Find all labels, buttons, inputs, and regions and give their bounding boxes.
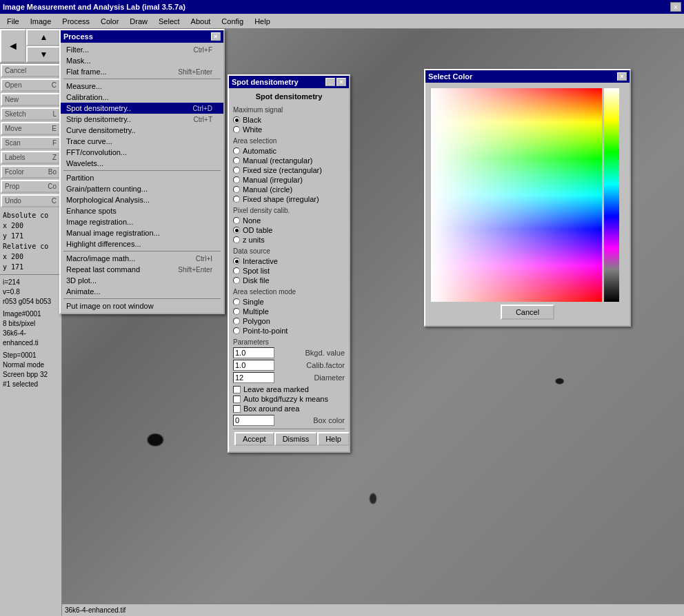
menu-help[interactable]: Help	[249, 16, 276, 27]
radio-fixed-irreg-input[interactable]	[233, 196, 240, 203]
radio-spot-list[interactable]: Spot list	[233, 266, 345, 276]
accept-button[interactable]: Accept	[234, 432, 274, 446]
menu-put-on-root[interactable]: Put image on root window	[61, 300, 223, 311]
radio-multiple[interactable]: Multiple	[233, 307, 345, 316]
radio-none-input[interactable]	[233, 217, 240, 224]
sidebar-scan-button[interactable]: Scan F	[1, 136, 61, 150]
radio-spot-list-input[interactable]	[233, 267, 240, 274]
radio-od-table[interactable]: OD table	[233, 225, 345, 235]
radio-none[interactable]: None	[233, 216, 345, 225]
radio-fixed-rect[interactable]: Fixed size (rectangular)	[233, 165, 345, 175]
sidebar-prop-button[interactable]: Prop Co	[1, 180, 61, 193]
radio-od-table-input[interactable]	[233, 227, 240, 234]
sidebar-sketch-button[interactable]: Sketch L	[1, 107, 61, 121]
radio-interactive[interactable]: Interactive	[233, 256, 345, 266]
radio-single-input[interactable]	[233, 298, 240, 305]
radio-automatic[interactable]: Automatic	[233, 146, 345, 156]
radio-z-units[interactable]: z units	[233, 235, 345, 245]
sidebar-move-button[interactable]: Move E	[1, 122, 61, 135]
menu-highlight-differences[interactable]: Highlight differences...	[61, 238, 223, 249]
menu-about[interactable]: About	[185, 16, 217, 27]
menu-fft[interactable]: FFT/convolution...	[61, 147, 223, 158]
color-dialog-close-btn[interactable]: ×	[617, 72, 627, 81]
nav-left-button[interactable]: ◄	[0, 29, 26, 63]
dismiss-button[interactable]: Dismiss	[274, 432, 318, 446]
menu-image[interactable]: Image	[25, 16, 57, 27]
radio-point-to-point[interactable]: Point-to-point	[233, 326, 345, 336]
process-menu-close-btn[interactable]: ×	[211, 32, 221, 41]
sidebar-fcolor-button[interactable]: Fcolor Bo	[1, 165, 61, 178]
radio-manual-rect-input[interactable]	[233, 157, 240, 164]
menu-measure[interactable]: Measure...	[61, 81, 223, 92]
color-gradient-main[interactable]	[431, 88, 602, 302]
radio-manual-circle[interactable]: Manual (circle)	[233, 185, 345, 194]
radio-white-input[interactable]	[233, 126, 240, 133]
menu-animate[interactable]: Animate...	[61, 286, 223, 297]
diameter-input[interactable]	[233, 372, 274, 383]
box-around-area-checkbox[interactable]	[233, 405, 241, 413]
menu-config[interactable]: Config	[216, 16, 249, 27]
radio-polygon[interactable]: Polygon	[233, 316, 345, 326]
menu-color[interactable]: Color	[95, 16, 124, 27]
sidebar-cancel-button[interactable]: Cancel	[1, 64, 61, 77]
menu-process[interactable]: Process	[57, 16, 95, 27]
box-color-input[interactable]	[233, 415, 274, 426]
menu-repeat-last[interactable]: Repeat last command Shift+Enter	[61, 264, 223, 275]
menu-trace-curve[interactable]: Trace curve...	[61, 136, 223, 147]
menu-mask[interactable]: Mask...	[61, 55, 223, 66]
menu-file[interactable]: File	[1, 16, 25, 27]
bkgd-value-input[interactable]	[233, 347, 274, 358]
menu-morphological[interactable]: Morphological Analysis...	[61, 194, 223, 205]
color-dialog-title-bar[interactable]: Select Color ×	[425, 70, 630, 83]
radio-fixed-rect-input[interactable]	[233, 167, 240, 174]
radio-polygon-input[interactable]	[233, 318, 240, 325]
spot-dialog-close-btn[interactable]: ×	[336, 78, 346, 86]
sidebar-labels-button[interactable]: Labels Z	[1, 151, 61, 164]
menu-curve-densitometry[interactable]: Curve densitometry..	[61, 125, 223, 136]
radio-manual-rect[interactable]: Manual (rectangular)	[233, 156, 345, 165]
sidebar-undo-button[interactable]: Undo C	[1, 194, 61, 207]
sidebar-new-button[interactable]: New	[1, 93, 61, 106]
radio-z-units-input[interactable]	[233, 236, 240, 243]
menu-select[interactable]: Select	[153, 16, 185, 27]
help-button[interactable]: Help	[317, 432, 350, 446]
radio-black-input[interactable]	[233, 116, 240, 123]
radio-manual-circle-input[interactable]	[233, 186, 240, 193]
radio-black[interactable]: Black	[233, 115, 345, 125]
radio-manual-irreg-input[interactable]	[233, 176, 240, 183]
spot-dialog-minimize-btn[interactable]: _	[325, 78, 335, 86]
radio-interactive-input[interactable]	[233, 258, 240, 265]
menu-filter[interactable]: Filter... Ctrl+F	[61, 44, 223, 55]
menu-grain-pattern[interactable]: Grain/pattern counting...	[61, 183, 223, 194]
menu-partition[interactable]: Partition	[61, 172, 223, 183]
menu-calibration[interactable]: Calibration...	[61, 92, 223, 103]
auto-bkgd-checkbox[interactable]	[233, 396, 241, 403]
menu-manual-registration[interactable]: Manual image registration...	[61, 227, 223, 238]
menu-flat-frame[interactable]: Flat frame... Shift+Enter	[61, 66, 223, 77]
calib-factor-input[interactable]	[233, 360, 274, 371]
radio-point-to-point-input[interactable]	[233, 327, 240, 334]
process-menu-title-bar[interactable]: Process ×	[61, 30, 223, 43]
radio-automatic-input[interactable]	[233, 147, 240, 154]
color-side-strip[interactable]	[604, 88, 619, 302]
menu-enhance-spots[interactable]: Enhance spots	[61, 205, 223, 216]
menu-3d-plot[interactable]: 3D plot...	[61, 275, 223, 286]
menu-strip-densitometry[interactable]: Strip densitometry.. Ctrl+T	[61, 114, 223, 125]
radio-multiple-input[interactable]	[233, 308, 240, 315]
leave-area-marked-checkbox[interactable]	[233, 386, 241, 393]
leave-area-marked-item[interactable]: Leave area marked	[233, 384, 345, 394]
app-close-button[interactable]: ×	[670, 2, 681, 12]
radio-disk-file[interactable]: Disk file	[233, 276, 345, 285]
radio-disk-file-input[interactable]	[233, 277, 240, 284]
spot-dialog-title-bar[interactable]: Spot densitometry _ ×	[229, 76, 349, 88]
radio-fixed-irreg[interactable]: Fixed shape (irregular)	[233, 194, 345, 204]
menu-draw[interactable]: Draw	[124, 16, 153, 27]
auto-bkgd-item[interactable]: Auto bkgd/fuzzy k means	[233, 394, 345, 404]
radio-single[interactable]: Single	[233, 297, 345, 307]
radio-manual-irreg[interactable]: Manual (irregular)	[233, 175, 345, 185]
color-cancel-button[interactable]: Cancel	[501, 305, 554, 320]
menu-image-registration[interactable]: Image registration...	[61, 216, 223, 227]
radio-white[interactable]: White	[233, 125, 345, 134]
menu-spot-densitometry[interactable]: Spot densitometry.. Ctrl+D	[61, 103, 223, 114]
nav-up-button[interactable]: ▲	[26, 29, 61, 46]
